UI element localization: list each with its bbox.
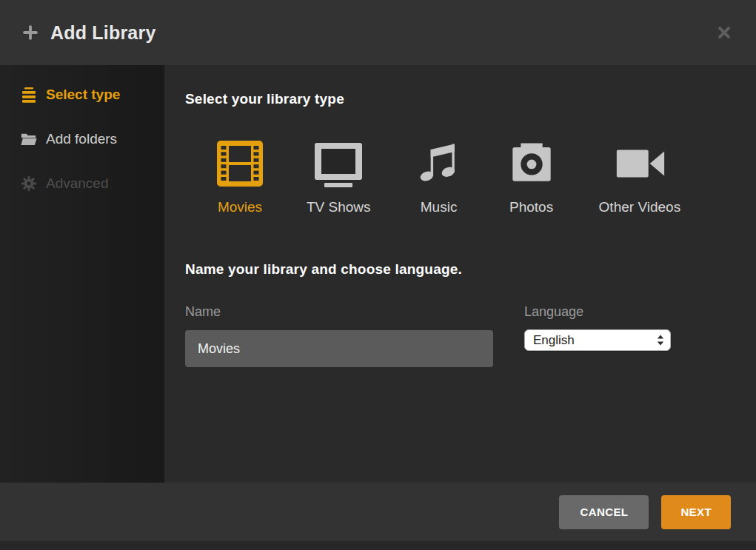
library-type-label: Movies xyxy=(218,199,262,215)
dialog-footer: CANCEL NEXT xyxy=(0,483,756,541)
library-type-label: Music xyxy=(421,199,458,215)
library-type-tv-shows[interactable]: TV Shows xyxy=(307,140,371,215)
library-settings-fields: Name Language English xyxy=(185,304,756,367)
select-type-panel: Select your library type Mov xyxy=(164,65,756,483)
dialog-bottom-edge xyxy=(0,541,756,550)
select-arrows-icon xyxy=(657,335,664,346)
library-type-section-title: Select your library type xyxy=(185,91,756,107)
plus-icon xyxy=(21,23,40,42)
library-type-music[interactable]: Music xyxy=(414,140,464,215)
library-type-photos[interactable]: Photos xyxy=(507,140,556,215)
sidebar-item-label: Add folders xyxy=(46,131,117,147)
gear-icon xyxy=(21,175,37,192)
cancel-button[interactable]: CANCEL xyxy=(559,495,649,529)
language-field-group: Language English xyxy=(524,304,671,367)
video-camera-icon xyxy=(612,140,667,187)
library-type-picker: Movies TV Shows xyxy=(216,140,756,215)
library-type-label: Photos xyxy=(509,199,553,215)
library-type-movies[interactable]: Movies xyxy=(216,140,264,215)
sidebar-item-label: Select type xyxy=(46,87,120,103)
music-note-icon xyxy=(414,138,464,189)
close-icon xyxy=(715,23,734,42)
dialog-header: Add Library xyxy=(0,0,756,65)
sidebar-item-label: Advanced xyxy=(46,175,109,192)
library-type-label: Other Videos xyxy=(599,199,681,215)
tv-icon xyxy=(312,140,365,187)
sidebar-item-select-type[interactable]: Select type xyxy=(0,73,164,117)
camera-icon xyxy=(507,140,556,187)
sidebar-item-add-folders[interactable]: Add folders xyxy=(0,117,164,161)
library-name-input[interactable] xyxy=(185,330,493,367)
name-field-label: Name xyxy=(185,304,493,320)
library-type-other-videos[interactable]: Other Videos xyxy=(599,140,681,215)
dialog-body: Select type Add folders xyxy=(0,65,756,483)
add-library-dialog: Add Library Select type Add folders xyxy=(0,0,756,550)
name-field-group: Name xyxy=(185,304,493,367)
list-lines-icon xyxy=(21,86,37,104)
language-selected-value: English xyxy=(533,333,657,348)
close-button[interactable] xyxy=(715,23,734,42)
sidebar-item-advanced[interactable]: Advanced xyxy=(0,161,164,206)
wizard-steps-sidebar: Select type Add folders xyxy=(0,65,164,483)
name-section-title: Name your library and choose language. xyxy=(185,261,756,278)
dialog-title: Add Library xyxy=(50,22,156,44)
next-button[interactable]: NEXT xyxy=(661,495,731,529)
film-strip-icon xyxy=(216,140,264,187)
language-select[interactable]: English xyxy=(524,329,671,351)
library-type-label: TV Shows xyxy=(307,199,371,215)
open-folder-icon xyxy=(21,130,37,148)
language-field-label: Language xyxy=(524,304,671,320)
